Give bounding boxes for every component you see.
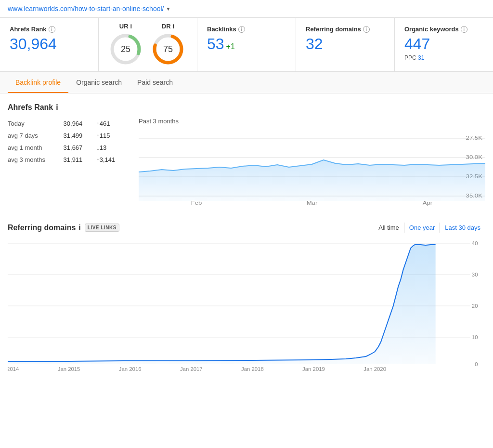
ur-value: 25 (121, 44, 130, 54)
live-links-badge: LIVE LINKS (85, 224, 119, 232)
referring-domains-chart-svg: 40 30 20 10 0 Jan 2014 Jan 2015 Jan 2016… (8, 238, 485, 373)
rank-stat-period: avg 1 month (8, 142, 58, 154)
svg-text:Jan 2016: Jan 2016 (119, 366, 142, 372)
metric-backlinks: Backlinks i 53+1 (197, 18, 296, 71)
tab-backlink-profile[interactable]: Backlink profile (8, 72, 68, 93)
rank-stat-value: 31,667 (58, 142, 91, 154)
rank-stat-value: 30,964 (58, 118, 91, 130)
time-filter-last-30-days[interactable]: Last 30 days (440, 223, 485, 233)
time-filter-all-time[interactable]: All time (374, 223, 404, 233)
dr-value: 75 (163, 44, 173, 54)
rank-stat-period: avg 7 days (8, 130, 58, 142)
url-link[interactable]: www.learnworlds.com/how-to-start-an-onli… (8, 5, 485, 13)
rank-stat-row: avg 7 days 31,499 ↑115 (8, 130, 123, 142)
svg-text:Jan 2020: Jan 2020 (363, 366, 386, 372)
rank-stat-change: ↑461 (91, 118, 123, 130)
ahrefs-rank-label: Ahrefs Rank (10, 26, 47, 33)
organic-keywords-info-icon[interactable]: i (461, 26, 467, 33)
referring-domains-value: 32 (306, 36, 385, 53)
tabs-bar: Backlink profile Organic search Paid sea… (0, 72, 493, 93)
rank-stat-value: 31,499 (58, 130, 91, 142)
svg-text:Feb: Feb (191, 200, 202, 206)
svg-text:20: 20 (472, 303, 478, 309)
rank-stat-change: ↓13 (91, 142, 123, 154)
organic-keywords-ppc: PPC 31 (404, 54, 483, 61)
rank-stats: Today 30,964 ↑461 avg 7 days 31,499 ↑115… (8, 118, 123, 207)
referring-domains-header: Referring domains i LIVE LINKS All time … (8, 223, 485, 233)
metric-referring-domains: Referring domains i 32 (296, 18, 395, 71)
backlinks-label: Backlinks (207, 26, 236, 33)
svg-text:10: 10 (472, 334, 478, 340)
backlinks-info-icon[interactable]: i (238, 26, 245, 33)
svg-text:30.0K: 30.0K (466, 154, 482, 160)
ur-gauge-wrapper: UR i 25 (108, 23, 143, 66)
url-arrow: ▼ (166, 6, 170, 12)
rank-stat-row: avg 3 months 31,911 ↑3,141 (8, 154, 123, 166)
referring-domains-label: Referring domains (306, 26, 361, 33)
rank-chart-layout: Today 30,964 ↑461 avg 7 days 31,499 ↑115… (8, 118, 485, 207)
tab-organic-search[interactable]: Organic search (68, 72, 130, 93)
dr-gauge: 75 (151, 32, 185, 66)
rank-chart-svg: 27.5K 30.0K 32.5K 35.0K Feb (139, 129, 485, 206)
top-bar: www.learnworlds.com/how-to-start-an-onli… (0, 0, 493, 18)
svg-text:Mar: Mar (307, 200, 318, 206)
referring-domains-title: Referring domains i LIVE LINKS (8, 224, 119, 232)
rank-stat-value: 31,911 (58, 154, 91, 166)
referring-domains-section: Referring domains i LIVE LINKS All time … (8, 223, 485, 375)
content: Ahrefs Rank i Today 30,964 ↑461 avg 7 da… (0, 93, 493, 400)
svg-text:30: 30 (472, 272, 478, 277)
metric-ahrefs-rank: Ahrefs Rank i 30,964 (0, 18, 99, 71)
svg-text:Jan 2019: Jan 2019 (302, 366, 325, 372)
ahrefs-rank-info-icon[interactable]: i (49, 26, 55, 33)
rank-stat-change: ↑3,141 (91, 154, 123, 166)
ahrefs-rank-section-title: Ahrefs Rank (8, 103, 53, 112)
dr-label: DR (162, 23, 171, 30)
svg-text:Jan 2018: Jan 2018 (241, 366, 264, 372)
referring-domains-info-icon[interactable]: i (363, 26, 370, 33)
svg-text:Jan 2014: Jan 2014 (8, 366, 19, 372)
time-filter-one-year[interactable]: One year (404, 223, 440, 233)
rank-stat-period: avg 3 months (8, 154, 58, 166)
rank-stat-period: Today (8, 118, 58, 130)
time-filters: All time One year Last 30 days (374, 223, 485, 233)
backlinks-plus: +1 (226, 42, 235, 51)
svg-text:27.5K: 27.5K (466, 135, 482, 141)
ahrefs-rank-section-info-icon[interactable]: i (56, 103, 58, 112)
svg-text:0: 0 (475, 361, 478, 367)
svg-text:Apr: Apr (423, 200, 433, 206)
rank-stat-change: ↑115 (91, 130, 123, 142)
referring-domains-section-title: Referring domains (8, 224, 76, 232)
metrics-row: Ahrefs Rank i 30,964 UR i 25 DR i (0, 18, 493, 72)
metric-organic-keywords: Organic keywords i 447 PPC 31 (395, 18, 493, 71)
rank-chart-title: Past 3 months (139, 118, 485, 125)
ahrefs-rank-section: Ahrefs Rank i Today 30,964 ↑461 avg 7 da… (8, 103, 485, 207)
svg-text:Jan 2015: Jan 2015 (58, 366, 80, 372)
referring-domains-section-info-icon[interactable]: i (78, 224, 80, 232)
rank-stat-row: Today 30,964 ↑461 (8, 118, 123, 130)
ur-gauge: 25 (108, 32, 143, 66)
organic-keywords-label: Organic keywords (404, 26, 459, 33)
ahrefs-rank-value: 30,964 (10, 36, 89, 53)
organic-keywords-value: 447 (404, 36, 483, 53)
dr-gauge-wrapper: DR i 75 (151, 23, 185, 66)
dr-info-icon[interactable]: i (173, 23, 175, 30)
tab-paid-search[interactable]: Paid search (130, 72, 181, 93)
ur-label: UR (119, 23, 129, 30)
svg-text:40: 40 (472, 240, 478, 246)
backlinks-value: 53+1 (207, 36, 286, 53)
rank-stat-row: avg 1 month 31,667 ↓13 (8, 142, 123, 154)
ur-info-icon[interactable]: i (130, 23, 132, 30)
metric-ur-dr: UR i 25 DR i 75 (99, 18, 197, 71)
rank-chart-area: Past 3 months 27.5K 30.0K 32.5K 35.0K (139, 118, 485, 207)
url-text: www.learnworlds.com/how-to-start-an-onli… (8, 5, 164, 13)
svg-text:Jan 2017: Jan 2017 (180, 366, 203, 372)
